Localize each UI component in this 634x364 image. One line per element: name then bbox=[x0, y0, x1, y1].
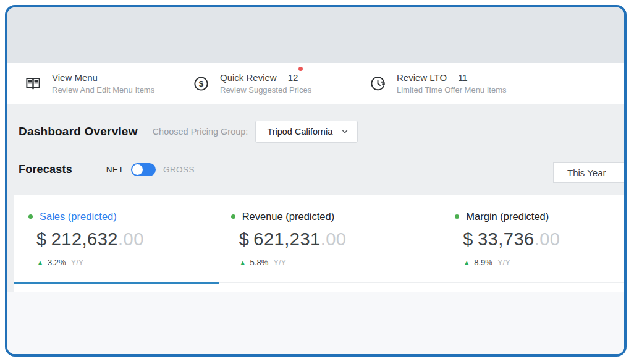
forecast-metrics-panel: Sales (predicted) $212,632.00 ▲ 3.2% Y/Y… bbox=[14, 195, 624, 292]
tab-quick-review-text: Quick Review 12 Review Suggested Prices bbox=[220, 72, 311, 95]
green-dot-icon bbox=[28, 214, 33, 219]
alert-dot bbox=[298, 67, 303, 71]
value-decimal: .00 bbox=[118, 229, 144, 249]
period-select[interactable]: This Year bbox=[553, 162, 625, 183]
dollar-circle-icon: $ bbox=[193, 75, 209, 92]
value-decimal: .00 bbox=[535, 229, 560, 249]
triangle-up-icon: ▲ bbox=[37, 259, 43, 266]
currency-symbol: $ bbox=[463, 229, 473, 249]
tab-view-menu[interactable]: View Menu Review And Edit Menu Items bbox=[7, 63, 175, 104]
bottom-band bbox=[7, 292, 624, 354]
currency-symbol: $ bbox=[239, 229, 250, 249]
currency-symbol: $ bbox=[36, 229, 47, 249]
value-integer: 212,632 bbox=[51, 229, 118, 249]
change-percent: 8.9% bbox=[474, 258, 492, 267]
metric-margin[interactable]: Margin (predicted) $33,736.00 ▲ 8.9% Y/Y bbox=[400, 195, 624, 292]
change-percent: 3.2% bbox=[48, 258, 66, 267]
pricing-group-value: Tripod California bbox=[267, 127, 332, 137]
overview-row: Dashboard Overview Choosed Pricing Group… bbox=[12, 120, 624, 143]
metric-sales[interactable]: Sales (predicted) $212,632.00 ▲ 3.2% Y/Y bbox=[14, 195, 198, 292]
metric-sales-change: ▲ 3.2% Y/Y bbox=[28, 258, 198, 267]
app-window: View Menu Review And Edit Menu Items $ Q… bbox=[5, 5, 627, 357]
tab-quick-review-title: Quick Review bbox=[220, 72, 277, 83]
forecasts-row: Forecasts NET GROSS This Year bbox=[12, 158, 624, 180]
metric-sales-label: Sales (predicted) bbox=[40, 211, 117, 222]
tab-review-lto[interactable]: Review LTO 11 Limited Time Offer Menu It… bbox=[352, 63, 530, 104]
metric-revenue-label: Revenue (predicted) bbox=[242, 211, 335, 222]
net-gross-toggle-group: NET GROSS bbox=[106, 163, 195, 176]
tab-review-lto-text: Review LTO 11 Limited Time Offer Menu It… bbox=[397, 72, 507, 95]
triangle-up-icon: ▲ bbox=[240, 259, 246, 266]
metric-revenue-change: ▲ 5.8% Y/Y bbox=[231, 258, 400, 267]
change-period: Y/Y bbox=[71, 258, 84, 267]
metric-revenue-value: $621,231.00 bbox=[231, 229, 400, 250]
metric-margin-label-row: Margin (predicted) bbox=[455, 211, 624, 222]
pricing-group-label: Choosed Pricing Group: bbox=[153, 127, 248, 137]
value-decimal: .00 bbox=[321, 229, 347, 249]
value-integer: 33,736 bbox=[478, 229, 535, 249]
change-period: Y/Y bbox=[497, 258, 510, 267]
pricing-group-select[interactable]: Tripod California bbox=[255, 121, 358, 143]
clock-history-icon bbox=[370, 75, 386, 92]
metric-revenue-label-row: Revenue (predicted) bbox=[231, 211, 400, 222]
main-tab-bar: View Menu Review And Edit Menu Items $ Q… bbox=[7, 63, 624, 104]
metric-margin-label: Margin (predicted) bbox=[466, 211, 549, 222]
change-percent: 5.8% bbox=[250, 258, 269, 267]
triangle-up-icon: ▲ bbox=[463, 259, 470, 266]
gross-label: GROSS bbox=[163, 165, 195, 174]
top-header-band bbox=[7, 7, 624, 63]
tab-bar-filler bbox=[530, 63, 624, 104]
toggle-knob bbox=[132, 164, 143, 175]
menu-book-icon bbox=[25, 75, 41, 92]
metric-revenue[interactable]: Revenue (predicted) $621,231.00 ▲ 5.8% Y… bbox=[198, 195, 400, 292]
metric-margin-change: ▲ 8.9% Y/Y bbox=[455, 258, 624, 267]
tab-quick-review[interactable]: $ Quick Review 12 Review Suggested Price… bbox=[175, 63, 352, 104]
tab-quick-review-count: 12 bbox=[288, 72, 298, 83]
metric-sales-value: $212,632.00 bbox=[28, 229, 198, 250]
active-metric-indicator bbox=[14, 282, 219, 284]
tab-review-lto-title: Review LTO bbox=[397, 72, 447, 83]
change-period: Y/Y bbox=[273, 258, 286, 267]
tab-view-menu-title: View Menu bbox=[52, 72, 98, 83]
net-gross-toggle[interactable] bbox=[131, 163, 156, 176]
metric-sales-label-row: Sales (predicted) bbox=[28, 211, 198, 222]
net-label: NET bbox=[106, 165, 124, 174]
forecasts-title: Forecasts bbox=[19, 163, 72, 176]
svg-text:$: $ bbox=[199, 79, 204, 88]
value-integer: 621,231 bbox=[253, 229, 320, 249]
tab-review-lto-count: 11 bbox=[458, 72, 468, 83]
green-dot-icon bbox=[455, 214, 459, 219]
tab-quick-review-subtitle: Review Suggested Prices bbox=[220, 85, 311, 95]
metric-margin-value: $33,736.00 bbox=[455, 229, 624, 250]
tab-review-lto-subtitle: Limited Time Offer Menu Items bbox=[397, 85, 507, 95]
page-title: Dashboard Overview bbox=[19, 125, 138, 138]
tab-view-menu-subtitle: Review And Edit Menu Items bbox=[52, 85, 154, 95]
dashboard-content: Dashboard Overview Choosed Pricing Group… bbox=[7, 104, 624, 354]
period-value: This Year bbox=[567, 167, 606, 178]
tab-view-menu-text: View Menu Review And Edit Menu Items bbox=[52, 72, 154, 95]
chevron-down-icon bbox=[341, 128, 349, 135]
green-dot-icon bbox=[231, 214, 235, 219]
